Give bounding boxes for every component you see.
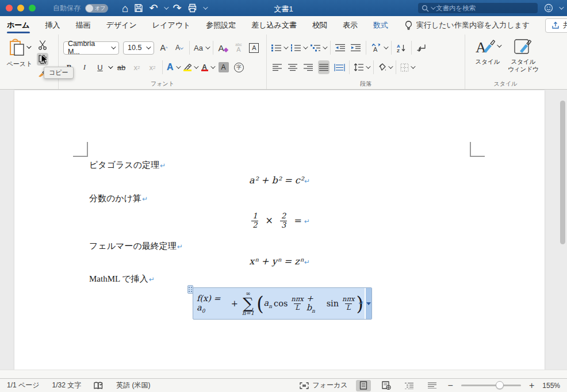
page-count[interactable]: 1/1 ページ xyxy=(7,381,40,390)
tab-equation[interactable]: 数式 xyxy=(373,16,388,34)
word-count[interactable]: 1/32 文字 xyxy=(52,381,82,390)
web-layout-view-button[interactable] xyxy=(379,380,394,391)
print-icon[interactable] xyxy=(187,3,197,13)
feedback-dropdown-icon[interactable] xyxy=(559,5,564,9)
tab-draw[interactable]: 描画 xyxy=(76,16,91,34)
font-color-button[interactable]: A xyxy=(201,60,214,74)
grow-font-icon: A xyxy=(160,43,165,52)
vertical-scrollbar[interactable] xyxy=(560,101,565,244)
bullets-button[interactable] xyxy=(271,41,287,55)
tab-design[interactable]: デザイン xyxy=(106,16,137,34)
shading-button[interactable] xyxy=(378,60,392,74)
tell-me-box[interactable]: 実行したい作業内容を入力します xyxy=(405,20,530,30)
text-direction-button[interactable]: A xyxy=(370,41,387,55)
text-effects-button[interactable]: A xyxy=(167,60,179,74)
tab-layout[interactable]: レイアウト xyxy=(152,16,191,34)
equation-fraction[interactable]: 12 × 23 =↵ xyxy=(14,212,545,230)
align-left-button[interactable] xyxy=(271,60,283,74)
horizontal-scroll-area[interactable] xyxy=(0,370,567,378)
borders-button[interactable] xyxy=(400,60,414,74)
ribbon: ペースト クリップボー xyxy=(0,34,567,90)
enclose-characters-button[interactable]: 字 xyxy=(233,60,245,74)
document-page[interactable]: ピタゴラスの定理↵ a² + b² = c²↵ 分数のかけ算↵ 12 × 23 … xyxy=(14,90,545,370)
draft-view-button[interactable] xyxy=(425,380,440,391)
quick-access-dropdown-icon[interactable] xyxy=(203,5,208,9)
equation-pythagoras[interactable]: a² + b² = c²↵ xyxy=(14,175,545,186)
phonetic-guide-button[interactable]: abc A xyxy=(233,41,244,55)
focus-mode-button[interactable]: フォーカス xyxy=(300,381,347,390)
sort-button[interactable]: AZ xyxy=(396,41,407,55)
increase-indent-button[interactable] xyxy=(350,41,362,55)
strikethrough-button[interactable]: ab xyxy=(116,60,127,74)
change-case-button[interactable]: Aa xyxy=(194,41,209,55)
enclosed-character-icon: 字 xyxy=(234,63,244,72)
tab-references[interactable]: 参照設定 xyxy=(206,16,236,34)
grow-font-button[interactable]: A^ xyxy=(158,41,170,55)
search-input[interactable] xyxy=(436,5,534,11)
styles-dropdown-icon[interactable] xyxy=(497,43,501,47)
minimize-window-button[interactable] xyxy=(17,5,24,11)
tab-home[interactable]: ホーム xyxy=(7,16,30,34)
zoom-slider-thumb[interactable] xyxy=(496,381,504,389)
text-direction-icon: A xyxy=(370,44,382,52)
close-window-button[interactable] xyxy=(6,5,13,11)
shrink-font-button[interactable]: A xyxy=(174,41,185,55)
zoom-out-button[interactable]: − xyxy=(448,381,453,390)
underline-button[interactable]: U xyxy=(94,60,106,74)
distribute-button[interactable] xyxy=(334,60,345,74)
share-button[interactable]: 共有 xyxy=(545,18,567,33)
align-right-button[interactable] xyxy=(302,60,314,74)
superscript-button[interactable]: x2 xyxy=(147,60,158,74)
autosave-toggle[interactable]: オフ xyxy=(85,4,108,13)
justify-button[interactable] xyxy=(318,60,330,74)
character-shading-button[interactable]: A xyxy=(218,60,229,74)
italic-button[interactable]: I xyxy=(79,60,90,74)
outline-view-button[interactable] xyxy=(402,380,417,391)
styles-window-button[interactable]: スタイル ウィンドウ xyxy=(507,39,539,80)
line-spacing-button[interactable] xyxy=(354,60,369,74)
equation-container-selected[interactable]: f(x) = a0 + ∞ ∑ n=1 ( an cos nπxL + bn s… xyxy=(193,287,372,320)
font-name-dropdown-icon xyxy=(111,44,116,49)
subscript-2: 2 xyxy=(137,65,140,70)
enclose-border-button[interactable]: A xyxy=(248,41,260,55)
language-status[interactable]: 英語 (米国) xyxy=(116,381,150,390)
text-effects-clear-button[interactable]: A xyxy=(217,41,229,55)
underline-dropdown-icon[interactable] xyxy=(108,64,113,68)
paste-dropdown-icon[interactable] xyxy=(26,44,31,48)
show-formatting-marks-button[interactable] xyxy=(416,41,427,55)
font-name-combo[interactable]: Cambria M... xyxy=(63,41,119,55)
search-scope-dropdown-icon[interactable] xyxy=(431,5,435,9)
proofing-status-icon[interactable] xyxy=(94,382,104,390)
home-icon[interactable]: ⌂ xyxy=(122,3,128,14)
zoom-window-button[interactable] xyxy=(29,5,36,11)
fourier-equation[interactable]: f(x) = a0 + ∞ ∑ n=1 ( an cos nπxL + bn s… xyxy=(197,291,363,317)
font-size-combo[interactable]: 10.5 xyxy=(123,41,154,55)
print-layout-view-button[interactable] xyxy=(356,380,371,391)
tab-view[interactable]: 表示 xyxy=(343,16,358,34)
equation-options-dropdown[interactable] xyxy=(365,288,371,319)
multilevel-list-button[interactable] xyxy=(311,41,326,55)
zoom-slider[interactable] xyxy=(461,385,521,386)
undo-icon[interactable]: ↶ xyxy=(149,3,158,13)
subscript-button[interactable]: x2 xyxy=(131,60,143,74)
styles-button[interactable]: A スタイル xyxy=(472,39,504,80)
paste-button[interactable]: ペースト xyxy=(5,39,35,80)
equation-handle[interactable] xyxy=(187,285,193,294)
cut-button[interactable] xyxy=(37,39,48,52)
tab-mailings[interactable]: 差し込み文書 xyxy=(251,16,297,34)
tab-review[interactable]: 校閲 xyxy=(312,16,327,34)
highlight-button[interactable] xyxy=(183,60,197,74)
document-area[interactable]: ピタゴラスの定理↵ a² + b² = c²↵ 分数のかけ算↵ 12 × 23 … xyxy=(0,90,567,370)
save-icon[interactable] xyxy=(134,3,143,13)
undo-dropdown-icon[interactable] xyxy=(164,5,168,9)
feedback-smiley-icon[interactable] xyxy=(544,3,553,13)
zoom-in-button[interactable]: + xyxy=(529,381,534,390)
decrease-indent-button[interactable] xyxy=(335,41,346,55)
zoom-percentage[interactable]: 155% xyxy=(542,382,560,390)
numbering-button[interactable] xyxy=(291,41,307,55)
redo-icon[interactable]: ↷ xyxy=(173,3,182,13)
search-box[interactable] xyxy=(418,3,538,13)
tab-insert[interactable]: 挿入 xyxy=(45,16,60,34)
align-center-button[interactable] xyxy=(287,60,298,74)
equation-fermat[interactable]: xⁿ + yⁿ = zⁿ↵ xyxy=(14,256,545,267)
